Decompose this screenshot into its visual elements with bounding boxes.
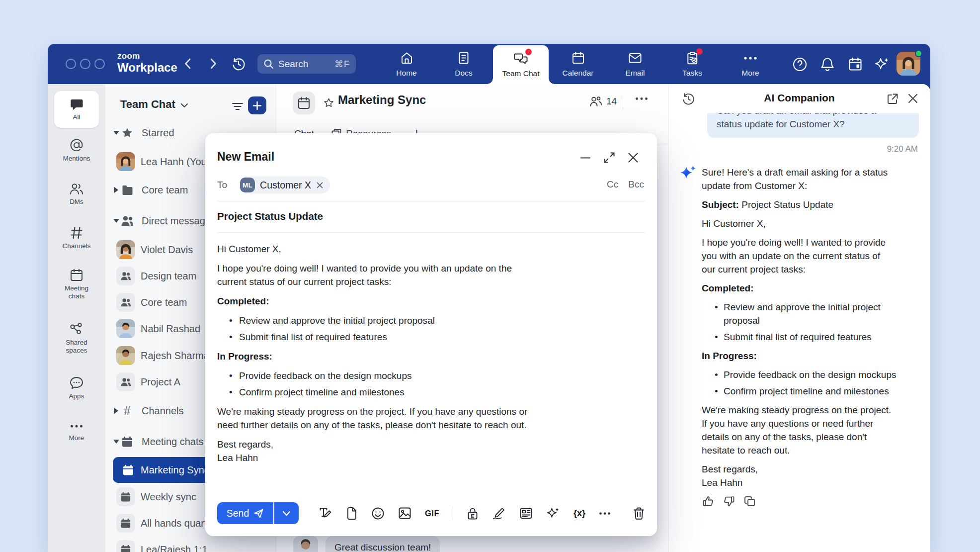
back-button[interactable] <box>179 56 195 72</box>
cc-button[interactable]: Cc <box>607 179 618 190</box>
disclosure-right-icon[interactable] <box>113 408 120 414</box>
team-icon <box>120 298 131 307</box>
list-item: Review and approve the initial project p… <box>217 314 645 327</box>
nav-home[interactable]: Home <box>381 44 432 84</box>
presence-dot <box>915 50 922 57</box>
rail-item-shared-spaces[interactable]: Shared spaces <box>48 322 105 355</box>
remove-recipient-icon[interactable] <box>316 182 324 189</box>
encrypt-lock-icon[interactable] <box>467 507 479 520</box>
modal-minimize-button[interactable] <box>579 151 592 164</box>
window-close-button[interactable] <box>66 59 76 69</box>
ai-sparkle-icon[interactable] <box>546 506 560 520</box>
nav-more[interactable]: More <box>725 44 776 84</box>
attach-file-icon[interactable] <box>346 507 358 520</box>
ai-companion-button[interactable] <box>874 56 891 73</box>
more-ellipsis-icon <box>635 97 648 100</box>
email-completed-list: Review and approve the initial project p… <box>217 314 645 344</box>
toolbar-more-icon[interactable] <box>599 512 611 515</box>
sidebar-item-lea-rajesh[interactable]: Lea/Rajesh 1:1 <box>113 537 269 552</box>
variables-button[interactable]: {x} <box>573 508 585 519</box>
recipient-chip[interactable]: ML Customer X <box>239 177 330 193</box>
new-chat-button[interactable] <box>248 96 266 114</box>
sparkle-icon <box>874 56 890 72</box>
rail-item-channels[interactable]: Channels <box>48 226 105 250</box>
avatar-lea <box>116 152 135 171</box>
rail-item-apps[interactable]: Apps <box>48 376 105 400</box>
bcc-button[interactable]: Bcc <box>628 179 644 190</box>
copy-icon[interactable] <box>744 495 756 507</box>
send-options-button[interactable] <box>274 502 299 524</box>
email-p1: I hope you're doing well! I wanted to pr… <box>217 262 645 288</box>
send-button[interactable]: Send <box>217 502 273 524</box>
ai-response: Sure! Here's a draft email asking for a … <box>702 166 917 489</box>
nav-team-chat-active-tab[interactable]: Team Chat <box>493 45 549 84</box>
email-body-editor[interactable]: Hi Customer X, I hope you're doing well!… <box>217 242 645 470</box>
user-avatar[interactable] <box>897 52 920 76</box>
more-ellipsis-icon <box>743 56 757 60</box>
rail-item-all[interactable]: All <box>54 91 99 128</box>
template-layout-icon[interactable] <box>519 507 533 520</box>
send-split-button[interactable]: Send <box>217 502 299 524</box>
subject-field[interactable]: Project Status Update <box>217 210 323 222</box>
emoji-icon[interactable] <box>371 507 385 520</box>
modal-close-button[interactable] <box>627 151 640 164</box>
email-completed-heading: Completed: <box>217 294 645 308</box>
channel-more-button[interactable] <box>635 97 648 100</box>
modal-expand-button[interactable] <box>603 151 616 164</box>
expand-icon <box>603 151 616 164</box>
nav-docs[interactable]: Docs <box>438 44 490 84</box>
forward-button[interactable] <box>205 56 221 72</box>
gif-button[interactable]: GIF <box>425 509 439 518</box>
disclosure-down-icon[interactable] <box>113 219 120 223</box>
zoom-workplace-logo: zoom Workplace <box>117 52 177 74</box>
recipient-field[interactable]: To ML Customer X <box>217 176 645 194</box>
meeting-calendar-icon <box>120 492 131 502</box>
brand-zoom: zoom <box>117 52 177 60</box>
notifications-button[interactable] <box>819 56 836 73</box>
nav-email[interactable]: Email <box>609 44 661 84</box>
signature-icon[interactable] <box>492 507 506 520</box>
rail-item-dms[interactable]: DMs <box>48 182 105 206</box>
chat-message: Great discussion team! <box>293 536 440 552</box>
thumbs-down-icon[interactable] <box>723 495 735 507</box>
rail-label-shared-spaces: Shared spaces <box>59 339 94 355</box>
text-format-icon[interactable] <box>319 507 332 520</box>
discard-draft-button[interactable] <box>633 507 645 520</box>
sidebar-title: Team Chat <box>120 98 175 111</box>
help-button[interactable] <box>791 56 808 73</box>
disclosure-down-icon[interactable] <box>113 131 120 135</box>
rail-item-more[interactable]: More <box>48 424 105 442</box>
list-item: Confirm project timeline and milestones <box>217 385 645 399</box>
window-controls[interactable] <box>66 59 105 69</box>
history-button[interactable] <box>230 56 247 73</box>
search-icon <box>263 59 274 69</box>
ai-conversation[interactable]: Can you draft an email that provides a s… <box>668 113 930 552</box>
filter-button[interactable] <box>231 100 244 113</box>
rail-item-mentions[interactable]: Mentions <box>48 138 105 163</box>
apps-bubble-icon <box>69 376 84 390</box>
people-icon <box>69 182 84 195</box>
user-prompt-bubble: Can you draft an email that provides a s… <box>707 113 919 138</box>
ai-close-button[interactable] <box>907 92 920 105</box>
disclosure-down-icon[interactable] <box>113 440 120 444</box>
members-icon <box>589 96 602 107</box>
disclosure-right-icon[interactable] <box>113 187 120 193</box>
schedule-button[interactable] <box>847 56 864 73</box>
recipient-avatar: ML <box>240 178 255 192</box>
rail-item-meeting-chats[interactable]: Meeting chats <box>48 268 105 300</box>
window-maximize-button[interactable] <box>94 59 105 69</box>
share-nodes-icon <box>69 322 84 336</box>
chevron-down-icon <box>282 511 291 516</box>
thumbs-up-icon[interactable] <box>702 495 714 507</box>
search-input[interactable]: Search ⌘F <box>257 54 356 74</box>
nav-calendar[interactable]: Calendar <box>552 44 604 84</box>
ai-popout-button[interactable] <box>886 92 899 105</box>
sidebar-title-dropdown[interactable]: Team Chat <box>120 98 188 111</box>
window-minimize-button[interactable] <box>80 59 90 69</box>
star-outline-icon[interactable] <box>324 98 334 108</box>
ai-subject-line: Subject: Project Status Update <box>702 198 917 211</box>
image-icon[interactable] <box>398 507 411 520</box>
members-button[interactable]: 14 <box>589 96 617 107</box>
nav-tasks[interactable]: Tasks <box>666 44 718 84</box>
field-divider <box>217 201 645 201</box>
